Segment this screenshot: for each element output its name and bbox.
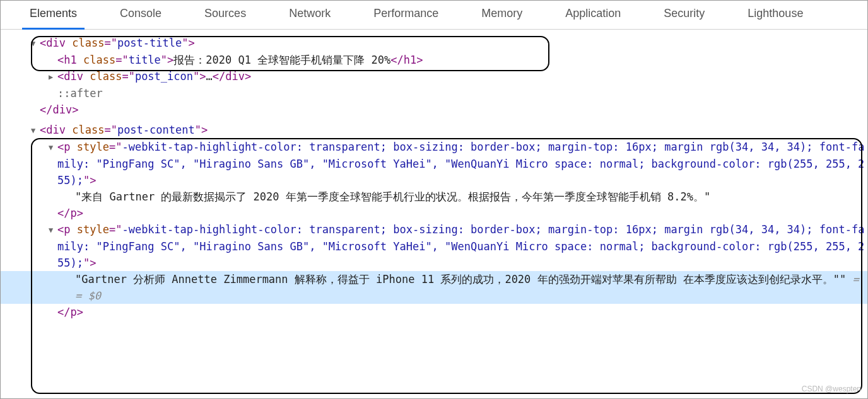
tab-network[interactable]: Network (276, 1, 343, 29)
tab-application[interactable]: Application (553, 1, 633, 29)
dom-node-post-icon[interactable]: ▶<div class="post_icon">…</div> (1, 68, 867, 85)
dom-node-post-title-close[interactable]: </div> (1, 101, 867, 118)
devtools-tabs: Elements Console Sources Network Perform… (1, 1, 867, 30)
tab-memory[interactable]: Memory (469, 1, 535, 29)
dom-text-node-2-selected[interactable]: "Gartner 分析师 Annette Zimmermann 解释称，得益于 … (1, 271, 867, 304)
expand-toggle-icon[interactable]: ▶ (49, 69, 57, 85)
dom-node-post-title-open[interactable]: ▼<div class="post-title"> (1, 35, 867, 52)
dom-node-p1-open[interactable]: ▼<p style="-webkit-tap-highlight-color: … (1, 139, 867, 188)
expand-toggle-icon[interactable]: ▼ (49, 139, 57, 156)
dom-text-node-1[interactable]: "来自 Gartner 的最新数据揭示了 2020 年第一季度全球智能手机行业的… (1, 188, 867, 205)
dom-node-p2-open[interactable]: ▼<p style="-webkit-tap-highlight-color: … (1, 221, 867, 271)
dom-node-post-content-open[interactable]: ▼<div class="post-content"> (1, 122, 867, 139)
collapsed-ellipsis[interactable]: … (206, 70, 213, 83)
tab-lighthouse[interactable]: Lighthouse (735, 1, 816, 29)
expand-toggle-icon[interactable]: ▼ (49, 222, 57, 238)
dom-node-p1-close[interactable]: </p> (1, 205, 867, 221)
watermark: CSDN @wespten (802, 385, 861, 393)
dom-node-h1-title[interactable]: <h1 class="title">报告：2020 Q1 全球智能手机销量下降 … (1, 52, 867, 68)
elements-dom-tree[interactable]: ▼<div class="post-title"> <h1 class="tit… (1, 30, 867, 320)
dom-node-after-pseudo[interactable]: ::after (1, 85, 867, 101)
tab-security[interactable]: Security (651, 1, 717, 29)
tab-sources[interactable]: Sources (192, 1, 259, 29)
expand-toggle-icon[interactable]: ▼ (31, 122, 40, 139)
dom-node-p2-close[interactable]: </p> (1, 304, 867, 320)
tab-elements[interactable]: Elements (17, 1, 90, 29)
expand-toggle-icon[interactable]: ▼ (31, 35, 40, 52)
tab-performance[interactable]: Performance (361, 1, 451, 29)
tab-console[interactable]: Console (107, 1, 174, 29)
